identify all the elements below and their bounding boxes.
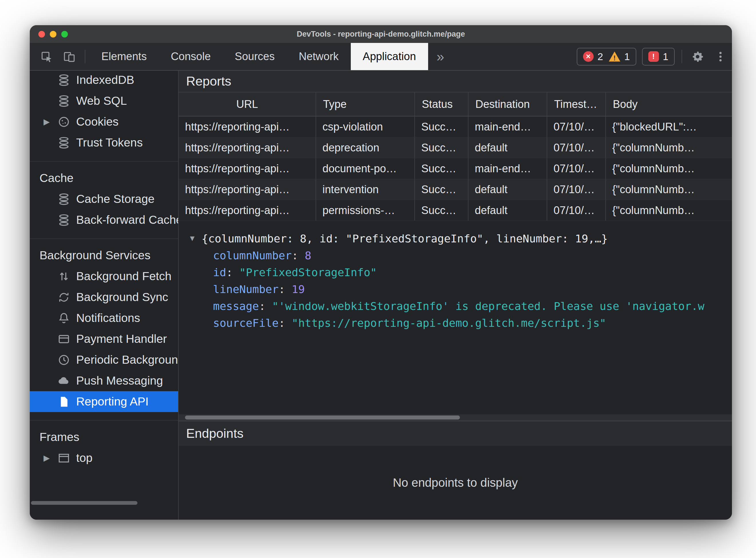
devtools-toolbar: Elements Console Sources Network Applica… <box>30 43 732 71</box>
cell-type: csp-violation <box>316 117 415 137</box>
sidebar-item-background-sync[interactable]: Background Sync <box>30 287 178 308</box>
cell-type: deprecation <box>316 137 415 158</box>
cell-timestamp: 07/10/… <box>547 179 606 200</box>
json-string-value: "PrefixedStorageInfo" <box>239 266 377 279</box>
column-header-type: Type <box>316 93 415 116</box>
column-header-timestamp: Timest… <box>547 93 606 116</box>
toolbar-divider <box>85 50 86 63</box>
inspect-element-button[interactable] <box>35 43 58 70</box>
database-icon <box>57 74 70 87</box>
sidebar-item-trust-tokens[interactable]: Trust Tokens <box>30 132 178 153</box>
sidebar-item-label: Back-forward Cache <box>76 213 178 227</box>
reports-section-header: Reports <box>179 71 732 93</box>
sidebar-item-label: Cache Storage <box>76 192 155 206</box>
sidebar-item-periodic-background-sync[interactable]: Periodic Background Sync <box>30 349 178 370</box>
cell-timestamp: 07/10/… <box>547 137 606 158</box>
cell-url: https://reporting-api… <box>179 179 316 200</box>
issues-icon <box>648 51 659 62</box>
chevron-right-icon[interactable] <box>44 117 57 126</box>
cell-destination: default <box>468 179 547 200</box>
cell-destination: main-end… <box>468 158 547 179</box>
fetch-arrows-icon <box>57 270 70 283</box>
sidebar-section-title: Cache <box>30 168 178 188</box>
endpoints-empty-message: No endpoints to display <box>393 476 518 490</box>
cell-timestamp: 07/10/… <box>547 117 606 137</box>
sidebar-item-label: top <box>76 451 93 465</box>
json-number-value: 19 <box>292 283 305 296</box>
endpoints-section-header: Endpoints <box>179 421 732 446</box>
tab-elements[interactable]: Elements <box>89 43 158 70</box>
sidebar-item-reporting-api[interactable]: Reporting API <box>30 391 178 412</box>
tab-label: Elements <box>101 50 147 63</box>
frame-icon <box>57 452 70 465</box>
chevron-right-icon[interactable] <box>44 453 57 463</box>
sidebar-item-label: Notifications <box>76 311 140 325</box>
report-row[interactable]: https://reporting-api… document-po… Succ… <box>179 158 732 179</box>
tab-network[interactable]: Network <box>287 43 350 70</box>
sidebar-item-label: Payment Handler <box>76 332 167 346</box>
menu-button[interactable] <box>709 43 732 70</box>
cookie-icon <box>57 115 70 128</box>
close-window-button[interactable] <box>39 31 45 37</box>
window-controls <box>39 25 68 43</box>
cell-type: document-po… <box>316 158 415 179</box>
report-row[interactable]: https://reporting-api… intervention Succ… <box>179 179 732 200</box>
device-toolbar-button[interactable] <box>58 43 81 70</box>
json-property: lineNumber19 <box>179 281 732 298</box>
sidebar-section-title: Frames <box>30 426 178 448</box>
cell-body: {"columnNumb… <box>606 200 732 221</box>
cell-destination: main-end… <box>468 117 547 137</box>
cell-status: Succ… <box>415 200 468 221</box>
zoom-window-button[interactable] <box>61 31 68 37</box>
cell-timestamp: 07/10/… <box>547 158 606 179</box>
tab-application[interactable]: Application <box>351 43 428 70</box>
sidebar-item-notifications[interactable]: Notifications <box>30 308 178 329</box>
toolbar-spacer <box>453 43 574 70</box>
database-icon <box>57 95 70 108</box>
reports-table-header: URL Type Status Destination Timest… Body <box>179 93 732 117</box>
settings-button[interactable] <box>686 43 709 70</box>
scrollbar-thumb[interactable] <box>185 415 460 420</box>
cell-status: Succ… <box>415 179 468 200</box>
json-number-value: 8 <box>305 249 311 262</box>
sidebar-item-push-messaging[interactable]: Push Messaging <box>30 370 178 391</box>
json-property: columnNumber8 <box>179 247 732 264</box>
device-toolbar-icon <box>63 50 76 63</box>
cell-timestamp: 07/10/… <box>547 200 606 221</box>
more-tabs-button[interactable] <box>428 43 453 70</box>
minimize-window-button[interactable] <box>50 31 56 37</box>
sidebar-horizontal-scrollbar[interactable] <box>31 501 138 505</box>
json-string-value: "https://reporting-api-demo.glitch.me/sc… <box>292 317 606 329</box>
report-row[interactable]: https://reporting-api… csp-violation Suc… <box>179 117 732 137</box>
tab-label: Sources <box>235 50 275 63</box>
report-body-preview[interactable]: {columnNumber: 8, id: "PrefixedStorageIn… <box>179 230 732 247</box>
report-row[interactable]: https://reporting-api… permissions-… Suc… <box>179 200 732 221</box>
sidebar-item-web-sql[interactable]: Web SQL <box>30 91 178 111</box>
storage-group: IndexedDB Web SQL Cookies Trust Tokens <box>30 71 178 153</box>
issues-badge[interactable]: 1 <box>642 48 675 66</box>
cell-status: Succ… <box>415 117 468 137</box>
sidebar-item-payment-handler[interactable]: Payment Handler <box>30 329 178 349</box>
column-header-destination: Destination <box>468 93 547 116</box>
error-warning-badge[interactable]: 2 1 <box>577 48 636 66</box>
sidebar-item-label: Periodic Background Sync <box>76 353 178 366</box>
sidebar-item-background-fetch[interactable]: Background Fetch <box>30 266 178 287</box>
sidebar-item-label: Cookies <box>76 115 119 128</box>
gear-icon <box>691 50 704 63</box>
sidebar-item-indexeddb[interactable]: IndexedDB <box>30 71 178 91</box>
collapse-triangle-icon[interactable] <box>189 234 202 243</box>
tab-console[interactable]: Console <box>158 43 222 70</box>
devtools-window: DevTools - reporting-api-demo.glitch.me/… <box>30 25 732 519</box>
sidebar-item-back-forward-cache[interactable]: Back-forward Cache <box>30 209 178 230</box>
cell-body: {"columnNumb… <box>606 179 732 200</box>
sidebar-item-label: Trust Tokens <box>76 136 143 149</box>
sidebar-item-top[interactable]: top <box>30 448 178 468</box>
sidebar-item-cookies[interactable]: Cookies <box>30 111 178 132</box>
sidebar-item-cache-storage[interactable]: Cache Storage <box>30 188 178 209</box>
database-icon <box>57 213 70 227</box>
report-row[interactable]: https://reporting-api… deprecation Succ…… <box>179 137 732 158</box>
cell-body: {"columnNumb… <box>606 158 732 179</box>
report-body-detail: {columnNumber: 8, id: "PrefixedStorageIn… <box>179 221 732 414</box>
tab-sources[interactable]: Sources <box>223 43 287 70</box>
main-horizontal-scrollbar[interactable] <box>179 414 732 421</box>
